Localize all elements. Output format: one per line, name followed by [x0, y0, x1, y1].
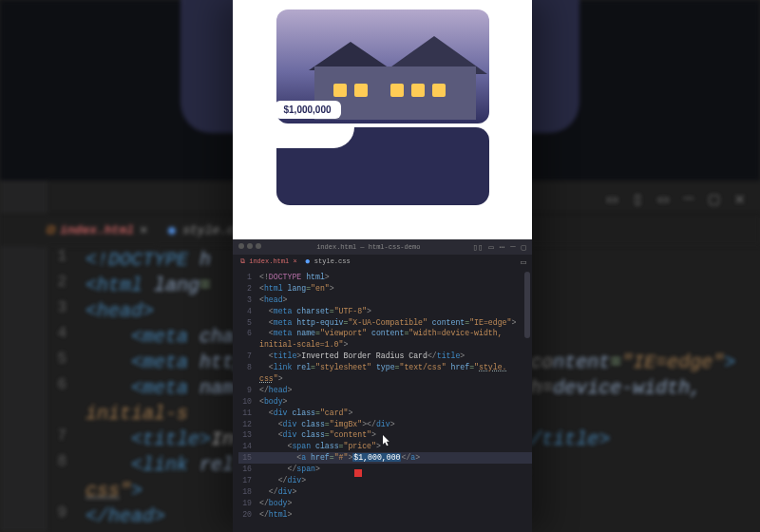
mini-code-area[interactable]: 1<!DOCTYPE html> 2<html lang="en"> 3<hea…	[233, 268, 532, 521]
panel-toggle-icon[interactable]: ▭	[521, 256, 526, 268]
mini-scrollbar[interactable]	[524, 272, 530, 338]
window-max-icon[interactable]: ▢	[522, 242, 526, 253]
mini-titlebar: index.html — html-css-demo ▯▯ ▭ ⋯ — ▢	[233, 239, 532, 255]
more-icon[interactable]: ⋯	[500, 242, 504, 253]
preview-pane: $1,000,000	[233, 0, 532, 239]
bg-tab-index[interactable]: ⧉ index.html ×	[36, 215, 157, 247]
mini-editor: index.html — html-css-demo ▯▯ ▭ ⋯ — ▢ ⧉ …	[233, 239, 532, 532]
window-min-icon[interactable]: —	[510, 242, 515, 253]
selected-price-text[interactable]: $1,000,000	[352, 453, 401, 462]
card-content	[276, 127, 489, 205]
autocomplete-marker-icon	[354, 469, 362, 477]
mini-tab-row: ⧉ index.html × ● style.css	[233, 255, 532, 268]
close-icon[interactable]: ✕	[734, 188, 745, 209]
window-traffic-lights[interactable]	[238, 243, 264, 251]
price-badge[interactable]: $1,000,000	[275, 101, 341, 119]
property-card[interactable]: $1,000,000	[269, 2, 497, 213]
layout-icon[interactable]: ▭	[488, 242, 493, 253]
panel-icon[interactable]: ▭	[607, 188, 618, 209]
maximize-icon[interactable]: ▢	[709, 188, 719, 209]
split-editor-icon[interactable]: ▯▯	[472, 242, 483, 253]
foreground-overlay: $1,000,000 index.html — html-css-demo ▯▯…	[233, 0, 532, 532]
panel-icon[interactable]: ▭	[658, 188, 669, 209]
mini-tab-index[interactable]: ⧉ index.html ×	[240, 257, 297, 265]
bg-tab-index-label: index.html	[60, 223, 134, 238]
close-icon[interactable]: ×	[140, 223, 147, 238]
mini-title-path: index.html — html-css-demo	[270, 243, 466, 251]
mini-tab-style[interactable]: ● style.css	[305, 257, 351, 265]
minimize-icon[interactable]: —	[684, 188, 694, 209]
bg-titlebar-controls: ▭ ▯ ▭ — ▢ ✕	[607, 188, 745, 209]
panel-icon[interactable]: ▯	[633, 188, 643, 209]
